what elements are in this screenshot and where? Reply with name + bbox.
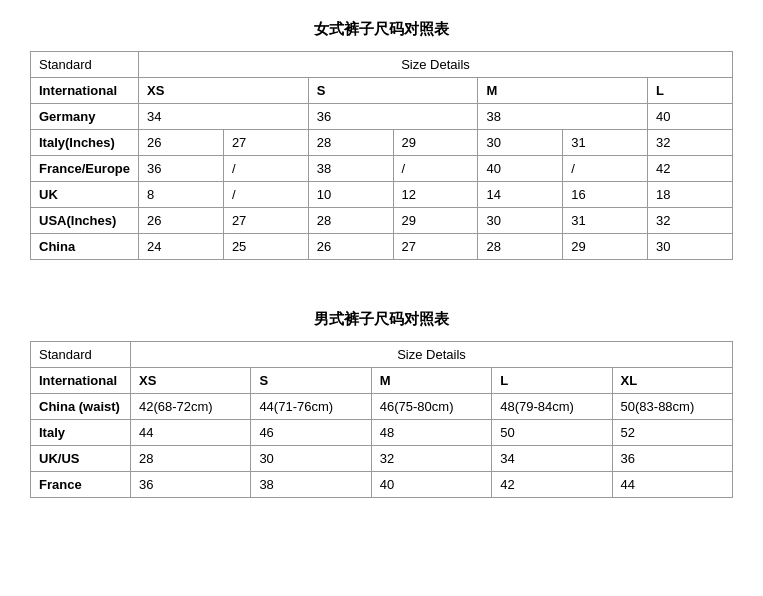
table-cell: 42(68-72cm) [131, 394, 251, 420]
table-cell: 16 [563, 182, 648, 208]
table-cell: 50 [492, 420, 612, 446]
table2-title: 男式裤子尺码对照表 [30, 310, 733, 329]
row-label: China [31, 234, 139, 260]
table-cell: 18 [648, 182, 733, 208]
table-cell: L [648, 78, 733, 104]
table2-header-row: Standard Size Details [31, 342, 733, 368]
table-cell: XS [139, 78, 309, 104]
table-cell: 28 [308, 208, 393, 234]
table1-header-row: Standard Size Details [31, 52, 733, 78]
table-cell: / [563, 156, 648, 182]
table-row: UK 8 / 10 12 14 16 18 [31, 182, 733, 208]
table-cell: 26 [308, 234, 393, 260]
table-cell: 36 [612, 446, 732, 472]
table1: Standard Size Details International XS S… [30, 51, 733, 260]
row-label: UK/US [31, 446, 131, 472]
row-label: Italy(Inches) [31, 130, 139, 156]
table2: Standard Size Details International XS S… [30, 341, 733, 498]
table-cell: 29 [393, 208, 478, 234]
table-cell: 28 [308, 130, 393, 156]
table-cell: S [251, 368, 371, 394]
table-cell: 31 [563, 208, 648, 234]
table-cell: 30 [478, 208, 563, 234]
table-cell: 36 [131, 472, 251, 498]
table-cell: 40 [648, 104, 733, 130]
table-cell: M [478, 78, 648, 104]
table-row: UK/US 28 30 32 34 36 [31, 446, 733, 472]
table-cell: XL [612, 368, 732, 394]
table-cell: 44 [131, 420, 251, 446]
table1-title: 女式裤子尺码对照表 [30, 20, 733, 39]
row-label: International [31, 78, 139, 104]
table1-standard-header: Standard [31, 52, 139, 78]
table-cell: 25 [223, 234, 308, 260]
table-cell: 48(79-84cm) [492, 394, 612, 420]
table-cell: 44(71-76cm) [251, 394, 371, 420]
table-cell: 32 [371, 446, 491, 472]
table-cell: 44 [612, 472, 732, 498]
table-cell: M [371, 368, 491, 394]
table-cell: 32 [648, 130, 733, 156]
table-cell: 10 [308, 182, 393, 208]
table-row: International XS S M L [31, 78, 733, 104]
table1-size-details-header: Size Details [139, 52, 733, 78]
table-cell: 29 [393, 130, 478, 156]
table-cell: 38 [478, 104, 648, 130]
table-cell: 36 [308, 104, 478, 130]
table-cell: L [492, 368, 612, 394]
table-row: France/Europe 36 / 38 / 40 / 42 [31, 156, 733, 182]
table-row: France 36 38 40 42 44 [31, 472, 733, 498]
table-cell: 14 [478, 182, 563, 208]
table-cell: 40 [371, 472, 491, 498]
table-cell: 31 [563, 130, 648, 156]
table-cell: 30 [251, 446, 371, 472]
table-cell: 26 [139, 130, 224, 156]
table-row: International XS S M L XL [31, 368, 733, 394]
row-label: UK [31, 182, 139, 208]
table-cell: 46 [251, 420, 371, 446]
row-label: Germany [31, 104, 139, 130]
table-row: China (waist) 42(68-72cm) 44(71-76cm) 46… [31, 394, 733, 420]
table-cell: / [223, 156, 308, 182]
table2-size-details-header: Size Details [131, 342, 733, 368]
row-label: France [31, 472, 131, 498]
table-row: Italy(Inches) 26 27 28 29 30 31 32 [31, 130, 733, 156]
table-cell: 42 [648, 156, 733, 182]
table-cell: 27 [393, 234, 478, 260]
section-gap [30, 290, 733, 310]
row-label: France/Europe [31, 156, 139, 182]
table-cell: 28 [131, 446, 251, 472]
table-cell: 26 [139, 208, 224, 234]
table-cell: 38 [251, 472, 371, 498]
table-cell: 24 [139, 234, 224, 260]
table-cell: 52 [612, 420, 732, 446]
table-cell: 28 [478, 234, 563, 260]
table-cell: 27 [223, 130, 308, 156]
row-label: International [31, 368, 131, 394]
table-cell: 32 [648, 208, 733, 234]
table-cell: 50(83-88cm) [612, 394, 732, 420]
table-cell: 48 [371, 420, 491, 446]
table-cell: 8 [139, 182, 224, 208]
table-cell: S [308, 78, 478, 104]
table-cell: 46(75-80cm) [371, 394, 491, 420]
table-row: Germany 34 36 38 40 [31, 104, 733, 130]
table-cell: 38 [308, 156, 393, 182]
table-cell: XS [131, 368, 251, 394]
table-cell: 12 [393, 182, 478, 208]
row-label: China (waist) [31, 394, 131, 420]
row-label: Italy [31, 420, 131, 446]
table-cell: / [393, 156, 478, 182]
table-cell: 36 [139, 156, 224, 182]
table-cell: / [223, 182, 308, 208]
table-cell: 34 [139, 104, 309, 130]
table-row: Italy 44 46 48 50 52 [31, 420, 733, 446]
table-cell: 29 [563, 234, 648, 260]
table-cell: 40 [478, 156, 563, 182]
table2-standard-header: Standard [31, 342, 131, 368]
table-row: USA(Inches) 26 27 28 29 30 31 32 [31, 208, 733, 234]
table-cell: 30 [648, 234, 733, 260]
table-cell: 42 [492, 472, 612, 498]
table-cell: 27 [223, 208, 308, 234]
table-cell: 34 [492, 446, 612, 472]
